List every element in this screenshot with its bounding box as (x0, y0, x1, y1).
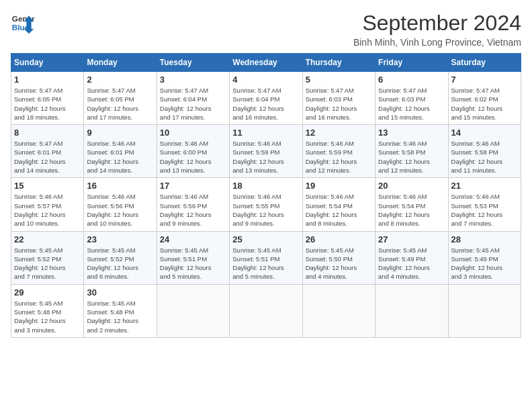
logo-icon: General Blue (11, 11, 35, 35)
day-cell-14: 14Sunrise: 5:46 AM Sunset: 5:58 PM Dayli… (448, 125, 521, 178)
day-info: Sunrise: 5:46 AM Sunset: 5:56 PM Dayligh… (87, 192, 153, 228)
day-cell-1: 1Sunrise: 5:47 AM Sunset: 6:05 PM Daylig… (11, 72, 84, 125)
day-info: Sunrise: 5:47 AM Sunset: 6:05 PM Dayligh… (14, 86, 81, 122)
header-saturday: Saturday (448, 54, 521, 72)
day-info: Sunrise: 5:45 AM Sunset: 5:52 PM Dayligh… (87, 246, 153, 281)
day-cell-16: 16Sunrise: 5:46 AM Sunset: 5:56 PM Dayli… (84, 178, 157, 231)
day-cell-3: 3Sunrise: 5:47 AM Sunset: 6:04 PM Daylig… (157, 72, 229, 125)
header-tuesday: Tuesday (157, 54, 229, 72)
header-thursday: Thursday (302, 54, 375, 72)
day-cell-19: 19Sunrise: 5:46 AM Sunset: 5:54 PM Dayli… (302, 178, 375, 231)
day-info: Sunrise: 5:46 AM Sunset: 6:00 PM Dayligh… (160, 139, 226, 175)
day-info: Sunrise: 5:45 AM Sunset: 5:51 PM Dayligh… (160, 246, 226, 281)
day-cell-8: 8Sunrise: 5:47 AM Sunset: 6:01 PM Daylig… (11, 125, 84, 178)
day-info: Sunrise: 5:45 AM Sunset: 5:51 PM Dayligh… (232, 246, 299, 281)
week-row-1: 1Sunrise: 5:47 AM Sunset: 6:05 PM Daylig… (11, 72, 521, 125)
day-info: Sunrise: 5:46 AM Sunset: 5:58 PM Dayligh… (378, 139, 445, 175)
day-number: 3 (160, 75, 226, 85)
day-info: Sunrise: 5:46 AM Sunset: 5:53 PM Dayligh… (451, 192, 518, 228)
day-cell-24: 24Sunrise: 5:45 AM Sunset: 5:51 PM Dayli… (157, 231, 229, 284)
day-info: Sunrise: 5:45 AM Sunset: 5:52 PM Dayligh… (14, 246, 81, 281)
week-row-3: 15Sunrise: 5:46 AM Sunset: 5:57 PM Dayli… (11, 178, 521, 231)
day-cell-18: 18Sunrise: 5:46 AM Sunset: 5:55 PM Dayli… (230, 178, 302, 231)
day-cell-21: 21Sunrise: 5:46 AM Sunset: 5:53 PM Dayli… (448, 178, 521, 231)
day-number: 14 (451, 128, 518, 138)
day-info: Sunrise: 5:45 AM Sunset: 5:49 PM Dayligh… (378, 246, 445, 281)
day-cell-28: 28Sunrise: 5:45 AM Sunset: 5:49 PM Dayli… (448, 231, 521, 284)
day-number: 24 (160, 234, 226, 244)
day-number: 13 (378, 128, 445, 138)
day-number: 2 (87, 75, 153, 85)
day-info: Sunrise: 5:45 AM Sunset: 5:48 PM Dayligh… (14, 299, 81, 334)
day-info: Sunrise: 5:46 AM Sunset: 6:01 PM Dayligh… (87, 139, 153, 175)
day-number: 27 (378, 234, 445, 244)
day-info: Sunrise: 5:47 AM Sunset: 6:02 PM Dayligh… (451, 86, 518, 122)
day-cell-11: 11Sunrise: 5:46 AM Sunset: 5:59 PM Dayli… (230, 125, 302, 178)
day-cell-22: 22Sunrise: 5:45 AM Sunset: 5:52 PM Dayli… (11, 231, 84, 284)
day-info: Sunrise: 5:47 AM Sunset: 6:04 PM Dayligh… (160, 86, 226, 122)
empty-cell (302, 284, 375, 337)
day-number: 5 (306, 75, 372, 85)
day-number: 16 (87, 181, 153, 191)
day-cell-6: 6Sunrise: 5:47 AM Sunset: 6:03 PM Daylig… (375, 72, 448, 125)
day-info: Sunrise: 5:45 AM Sunset: 5:49 PM Dayligh… (451, 246, 518, 281)
day-number: 10 (160, 128, 226, 138)
day-number: 7 (451, 75, 518, 85)
day-cell-25: 25Sunrise: 5:45 AM Sunset: 5:51 PM Dayli… (230, 231, 302, 284)
day-info: Sunrise: 5:47 AM Sunset: 6:03 PM Dayligh… (378, 86, 445, 122)
day-number: 15 (14, 181, 81, 191)
calendar-table: SundayMondayTuesdayWednesdayThursdayFrid… (11, 53, 521, 338)
day-number: 17 (160, 181, 226, 191)
day-cell-12: 12Sunrise: 5:46 AM Sunset: 5:59 PM Dayli… (302, 125, 375, 178)
day-number: 9 (87, 128, 153, 138)
logo: General Blue (11, 11, 35, 35)
week-row-4: 22Sunrise: 5:45 AM Sunset: 5:52 PM Dayli… (11, 231, 521, 284)
day-number: 18 (232, 181, 299, 191)
header-sunday: Sunday (11, 54, 84, 72)
day-info: Sunrise: 5:47 AM Sunset: 6:03 PM Dayligh… (306, 86, 372, 122)
day-cell-4: 4Sunrise: 5:47 AM Sunset: 6:04 PM Daylig… (230, 72, 302, 125)
day-cell-7: 7Sunrise: 5:47 AM Sunset: 6:02 PM Daylig… (448, 72, 521, 125)
day-number: 21 (451, 181, 518, 191)
day-info: Sunrise: 5:46 AM Sunset: 5:57 PM Dayligh… (14, 192, 81, 228)
day-number: 11 (232, 128, 299, 138)
day-info: Sunrise: 5:45 AM Sunset: 5:48 PM Dayligh… (87, 299, 153, 334)
day-cell-23: 23Sunrise: 5:45 AM Sunset: 5:52 PM Dayli… (84, 231, 157, 284)
day-cell-27: 27Sunrise: 5:45 AM Sunset: 5:49 PM Dayli… (375, 231, 448, 284)
day-cell-13: 13Sunrise: 5:46 AM Sunset: 5:58 PM Dayli… (375, 125, 448, 178)
week-row-5: 29Sunrise: 5:45 AM Sunset: 5:48 PM Dayli… (11, 284, 521, 337)
day-info: Sunrise: 5:46 AM Sunset: 5:59 PM Dayligh… (232, 139, 299, 175)
day-cell-26: 26Sunrise: 5:45 AM Sunset: 5:50 PM Dayli… (302, 231, 375, 284)
day-cell-2: 2Sunrise: 5:47 AM Sunset: 6:05 PM Daylig… (84, 72, 157, 125)
header-friday: Friday (375, 54, 448, 72)
day-cell-30: 30Sunrise: 5:45 AM Sunset: 5:48 PM Dayli… (84, 284, 157, 337)
day-cell-20: 20Sunrise: 5:46 AM Sunset: 5:54 PM Dayli… (375, 178, 448, 231)
empty-cell (375, 284, 448, 337)
day-number: 28 (451, 234, 518, 244)
day-info: Sunrise: 5:47 AM Sunset: 6:01 PM Dayligh… (14, 139, 81, 175)
empty-cell (157, 284, 229, 337)
day-info: Sunrise: 5:46 AM Sunset: 5:55 PM Dayligh… (232, 192, 299, 228)
day-info: Sunrise: 5:46 AM Sunset: 5:54 PM Dayligh… (378, 192, 445, 228)
svg-text:General: General (12, 14, 35, 23)
page-header: General Blue September 2024 Binh Minh, V… (11, 11, 521, 48)
header-wednesday: Wednesday (230, 54, 302, 72)
day-info: Sunrise: 5:46 AM Sunset: 5:56 PM Dayligh… (160, 192, 226, 228)
day-number: 22 (14, 234, 81, 244)
day-number: 12 (306, 128, 372, 138)
location-subtitle: Binh Minh, Vinh Long Province, Vietnam (353, 37, 521, 48)
day-info: Sunrise: 5:47 AM Sunset: 6:05 PM Dayligh… (87, 86, 153, 122)
day-cell-29: 29Sunrise: 5:45 AM Sunset: 5:48 PM Dayli… (11, 284, 84, 337)
day-number: 30 (87, 287, 153, 298)
week-row-2: 8Sunrise: 5:47 AM Sunset: 6:01 PM Daylig… (11, 125, 521, 178)
day-info: Sunrise: 5:46 AM Sunset: 5:58 PM Dayligh… (451, 139, 518, 175)
day-info: Sunrise: 5:46 AM Sunset: 5:59 PM Dayligh… (306, 139, 372, 175)
day-info: Sunrise: 5:45 AM Sunset: 5:50 PM Dayligh… (306, 246, 372, 281)
day-number: 4 (232, 75, 299, 85)
calendar-header-row: SundayMondayTuesdayWednesdayThursdayFrid… (11, 54, 521, 72)
day-number: 6 (378, 75, 445, 85)
day-number: 20 (378, 181, 445, 191)
day-cell-5: 5Sunrise: 5:47 AM Sunset: 6:03 PM Daylig… (302, 72, 375, 125)
month-title: September 2024 (353, 11, 521, 36)
day-cell-15: 15Sunrise: 5:46 AM Sunset: 5:57 PM Dayli… (11, 178, 84, 231)
